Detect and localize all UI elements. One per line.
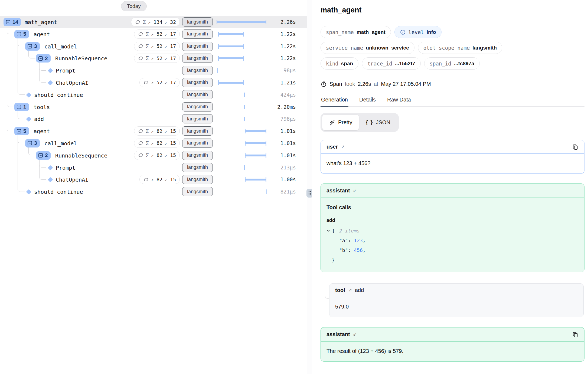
arrow-up-right-icon: ↗ (151, 56, 154, 61)
tree-row-math_agent[interactable]: 14math_agentΣ↗ 134↙ 32langsmith2.26s (0, 16, 307, 28)
json-label: JSON (376, 119, 390, 126)
span-bar-end (266, 177, 266, 182)
tree-row-call_model[interactable]: 3call_modelΣ↗ 52↙ 17langsmith1.22s (0, 40, 307, 53)
collapse-toggle[interactable]: 5 (14, 30, 29, 38)
vendor-badge: langsmith (182, 29, 213, 39)
date-filter-pill[interactable]: Today (121, 1, 147, 11)
tree-row-should_continue[interactable]: should_continuelangsmith821µs (0, 186, 307, 198)
open-brace: { (332, 226, 335, 236)
arrow-up-right-icon: ↗ (348, 287, 352, 293)
output-tokens: ↙ 15 (165, 177, 176, 182)
output-tokens: ↙ 17 (165, 80, 176, 85)
tree-row-RunnableSequence[interactable]: 2RunnableSequenceΣ↗ 82↙ 15langsmith1.01s (0, 149, 307, 162)
collapse-toggle[interactable]: 14 (4, 18, 21, 26)
arrow-down-left-icon: ↙ (353, 188, 357, 193)
collapse-toggle[interactable]: 2 (36, 54, 51, 63)
tree-row-ChatOpenAI[interactable]: ChatOpenAI↗ 52↙ 17langsmith1.21s (0, 77, 307, 89)
span-bar (218, 82, 244, 84)
json-view-button[interactable]: { } JSON (359, 115, 397, 130)
tree-rail (18, 38, 18, 92)
tool-calls-label: Tool calls (326, 204, 579, 211)
token-usage-badge: ↗ 82↙ 15 (139, 175, 180, 184)
collapse-toggle[interactable]: 3 (25, 42, 40, 51)
info-icon (400, 29, 406, 35)
message-role: user (326, 144, 338, 150)
span-bar-end (243, 56, 244, 61)
vendor-badge: langsmith (182, 114, 213, 123)
span-name-label: Prompt (56, 67, 75, 74)
collapse-toggle[interactable]: 1 (14, 103, 29, 111)
tree-row-should_continue[interactable]: should_continuelangsmith424µs (0, 89, 307, 101)
tab-generation[interactable]: Generation (321, 97, 348, 107)
attr-key: kind (326, 61, 338, 67)
tree-row-call_model[interactable]: 3call_modelΣ↗ 82↙ 15langsmith1.01s (0, 137, 307, 149)
input-tokens: ↗ 82 (151, 177, 162, 182)
collapse-toggle[interactable]: 3 (25, 139, 40, 147)
attr-pill-kind: kind span (321, 57, 358, 70)
attr-value: unknown_service (366, 45, 409, 51)
span-bar-start (218, 32, 219, 37)
token-usage-badge: ↗ 52↙ 17 (139, 78, 180, 87)
pretty-view-button[interactable]: Pretty (322, 115, 359, 130)
collapse-toggle[interactable]: 2 (36, 151, 51, 160)
json-entry: "b": 456, (339, 245, 579, 255)
copy-button[interactable] (572, 331, 579, 338)
token-usage-badge: Σ↗ 134↙ 32 (131, 17, 180, 27)
tree-row-add[interactable]: addlangsmith798µs (0, 113, 307, 125)
arrow-down-left-icon: ↙ (165, 177, 167, 182)
leaf-diamond-icon (48, 68, 53, 73)
child-count: 1 (23, 104, 26, 110)
attr-pill-span-name: span_name math_agent (321, 26, 391, 38)
tree-connector (28, 152, 35, 155)
tree-connector (18, 189, 25, 192)
tree-row-tools[interactable]: 1toolslangsmith2.20ms (0, 101, 307, 113)
tool-call-name: add (326, 218, 579, 223)
vendor-badge: langsmith (182, 90, 213, 99)
span-name-label: call_model (44, 140, 77, 147)
tab-details[interactable]: Details (359, 97, 376, 107)
input-tokens: ↗ 52 (151, 80, 162, 85)
tree-connector (7, 104, 14, 107)
panel-resize-handle[interactable] (306, 189, 313, 198)
vendor-badge: langsmith (182, 139, 213, 148)
waterfall-track (217, 80, 267, 85)
json-colon: : (348, 238, 351, 243)
tree-connector (28, 55, 35, 58)
token-coin-icon (138, 140, 143, 146)
grip-dots-icon (308, 191, 311, 196)
span-bar-start (218, 80, 219, 85)
collapse-toggle[interactable]: 5 (14, 127, 29, 135)
message-card-tool: tool ↗ add 579.0 (329, 283, 584, 317)
attr-pill-level: level Info (394, 26, 442, 38)
tree-row-agent[interactable]: 5agentΣ↗ 52↙ 17langsmith1.22s (0, 28, 307, 40)
duration-label: 1.01s (280, 152, 296, 158)
json-root-line[interactable]: { 2 items (326, 226, 579, 236)
tree-connector (18, 140, 25, 143)
tree-row-agent[interactable]: 5agentΣ↗ 82↙ 15langsmith1.01s (0, 125, 307, 137)
tree-row-RunnableSequence[interactable]: 2RunnableSequenceΣ↗ 52↙ 17langsmith1.22s (0, 52, 307, 64)
collapse-minus-icon (38, 56, 43, 61)
span-bar (245, 179, 266, 181)
span-tick (244, 165, 245, 170)
attr-pill-span-id: span_id ...fc897a (424, 57, 480, 70)
leaf-diamond-icon (48, 165, 53, 170)
tab-raw-data[interactable]: Raw Data (387, 97, 411, 107)
message-content: 579.0 (329, 297, 583, 317)
attr-value: math_agent (357, 29, 386, 35)
vendor-badge: langsmith (182, 163, 213, 172)
collapse-minus-icon (38, 153, 43, 158)
copy-button[interactable] (572, 144, 579, 150)
span-name-label: ChatOpenAI (56, 176, 88, 183)
page-title: math_agent (321, 6, 584, 14)
json-entry: "a": 123, (339, 236, 579, 245)
span-bar-start (218, 44, 219, 49)
input-tokens: ↗ 52 (151, 55, 162, 61)
message-content: The result of (123 + 456) is 579. (321, 342, 584, 361)
json-value: 123 (354, 238, 363, 243)
sigma-icon: Σ (146, 43, 149, 49)
trace-viewer-app: Today 14math_agentΣ↗ 134↙ 32langsmith2.2… (0, 0, 588, 374)
token-coin-icon (138, 43, 143, 49)
span-bar-start (245, 129, 246, 133)
tree-connector (39, 165, 46, 168)
arrow-up-right-icon: ↗ (151, 44, 154, 49)
